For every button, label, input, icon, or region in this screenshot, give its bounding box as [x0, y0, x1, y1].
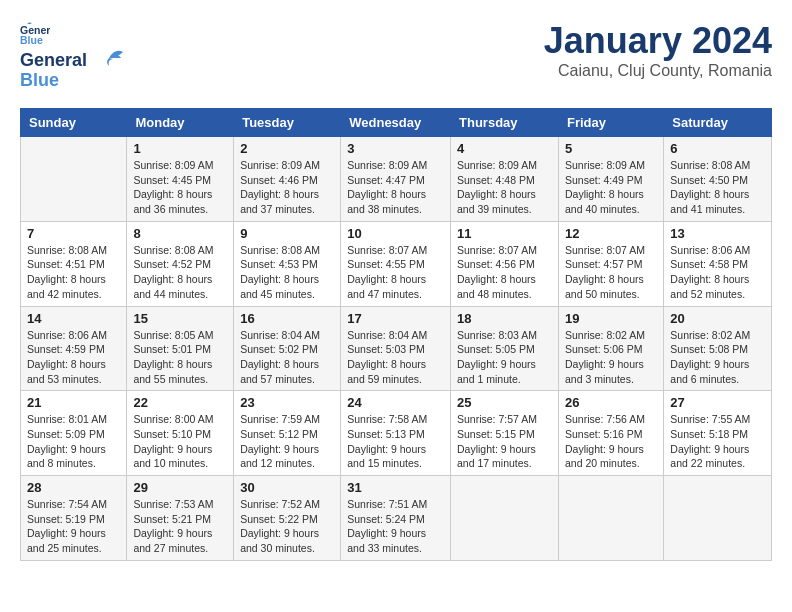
day-number: 18 [457, 311, 552, 326]
bird-icon [95, 48, 123, 70]
day-detail: Sunrise: 7:51 AM Sunset: 5:24 PM Dayligh… [347, 497, 444, 556]
day-number: 23 [240, 395, 334, 410]
cell-w0-d6: 6Sunrise: 8:08 AM Sunset: 4:50 PM Daylig… [664, 137, 772, 222]
day-detail: Sunrise: 7:58 AM Sunset: 5:13 PM Dayligh… [347, 412, 444, 471]
cell-w4-d2: 30Sunrise: 7:52 AM Sunset: 5:22 PM Dayli… [234, 476, 341, 561]
day-number: 11 [457, 226, 552, 241]
cell-w0-d5: 5Sunrise: 8:09 AM Sunset: 4:49 PM Daylig… [558, 137, 663, 222]
day-detail: Sunrise: 8:04 AM Sunset: 5:02 PM Dayligh… [240, 328, 334, 387]
day-detail: Sunrise: 7:56 AM Sunset: 5:16 PM Dayligh… [565, 412, 657, 471]
day-number: 1 [133, 141, 227, 156]
day-number: 22 [133, 395, 227, 410]
cell-w3-d4: 25Sunrise: 7:57 AM Sunset: 5:15 PM Dayli… [451, 391, 559, 476]
cell-w4-d3: 31Sunrise: 7:51 AM Sunset: 5:24 PM Dayli… [341, 476, 451, 561]
cell-w0-d4: 4Sunrise: 8:09 AM Sunset: 4:48 PM Daylig… [451, 137, 559, 222]
day-detail: Sunrise: 8:08 AM Sunset: 4:52 PM Dayligh… [133, 243, 227, 302]
logo-blue: Blue [20, 70, 59, 90]
day-detail: Sunrise: 8:06 AM Sunset: 4:59 PM Dayligh… [27, 328, 120, 387]
day-detail: Sunrise: 8:07 AM Sunset: 4:55 PM Dayligh… [347, 243, 444, 302]
day-detail: Sunrise: 8:07 AM Sunset: 4:56 PM Dayligh… [457, 243, 552, 302]
week-row-4: 28Sunrise: 7:54 AM Sunset: 5:19 PM Dayli… [21, 476, 772, 561]
calendar-table: Sunday Monday Tuesday Wednesday Thursday… [20, 108, 772, 561]
day-number: 25 [457, 395, 552, 410]
day-number: 15 [133, 311, 227, 326]
day-number: 2 [240, 141, 334, 156]
day-number: 20 [670, 311, 765, 326]
day-number: 8 [133, 226, 227, 241]
title-section: January 2024 Caianu, Cluj County, Romani… [544, 20, 772, 80]
day-detail: Sunrise: 8:08 AM Sunset: 4:50 PM Dayligh… [670, 158, 765, 217]
week-row-1: 7Sunrise: 8:08 AM Sunset: 4:51 PM Daylig… [21, 221, 772, 306]
col-monday: Monday [127, 109, 234, 137]
day-detail: Sunrise: 8:03 AM Sunset: 5:05 PM Dayligh… [457, 328, 552, 387]
day-detail: Sunrise: 8:06 AM Sunset: 4:58 PM Dayligh… [670, 243, 765, 302]
cell-w2-d6: 20Sunrise: 8:02 AM Sunset: 5:08 PM Dayli… [664, 306, 772, 391]
cell-w1-d0: 7Sunrise: 8:08 AM Sunset: 4:51 PM Daylig… [21, 221, 127, 306]
svg-text:Blue: Blue [20, 34, 43, 46]
day-number: 28 [27, 480, 120, 495]
cell-w4-d5 [558, 476, 663, 561]
week-row-3: 21Sunrise: 8:01 AM Sunset: 5:09 PM Dayli… [21, 391, 772, 476]
cell-w4-d6 [664, 476, 772, 561]
cell-w2-d5: 19Sunrise: 8:02 AM Sunset: 5:06 PM Dayli… [558, 306, 663, 391]
day-number: 17 [347, 311, 444, 326]
week-row-0: 1Sunrise: 8:09 AM Sunset: 4:45 PM Daylig… [21, 137, 772, 222]
cell-w1-d5: 12Sunrise: 8:07 AM Sunset: 4:57 PM Dayli… [558, 221, 663, 306]
cell-w4-d1: 29Sunrise: 7:53 AM Sunset: 5:21 PM Dayli… [127, 476, 234, 561]
day-detail: Sunrise: 7:52 AM Sunset: 5:22 PM Dayligh… [240, 497, 334, 556]
cell-w1-d3: 10Sunrise: 8:07 AM Sunset: 4:55 PM Dayli… [341, 221, 451, 306]
header-row: Sunday Monday Tuesday Wednesday Thursday… [21, 109, 772, 137]
cell-w1-d2: 9Sunrise: 8:08 AM Sunset: 4:53 PM Daylig… [234, 221, 341, 306]
day-number: 26 [565, 395, 657, 410]
day-detail: Sunrise: 7:55 AM Sunset: 5:18 PM Dayligh… [670, 412, 765, 471]
day-number: 21 [27, 395, 120, 410]
col-wednesday: Wednesday [341, 109, 451, 137]
cell-w3-d5: 26Sunrise: 7:56 AM Sunset: 5:16 PM Dayli… [558, 391, 663, 476]
day-number: 7 [27, 226, 120, 241]
cell-w2-d4: 18Sunrise: 8:03 AM Sunset: 5:05 PM Dayli… [451, 306, 559, 391]
cell-w1-d6: 13Sunrise: 8:06 AM Sunset: 4:58 PM Dayli… [664, 221, 772, 306]
day-detail: Sunrise: 7:54 AM Sunset: 5:19 PM Dayligh… [27, 497, 120, 556]
day-detail: Sunrise: 8:04 AM Sunset: 5:03 PM Dayligh… [347, 328, 444, 387]
logo: General Blue General Blue [20, 20, 105, 92]
day-detail: Sunrise: 8:09 AM Sunset: 4:47 PM Dayligh… [347, 158, 444, 217]
cell-w1-d1: 8Sunrise: 8:08 AM Sunset: 4:52 PM Daylig… [127, 221, 234, 306]
logo-general: General [20, 50, 87, 70]
day-detail: Sunrise: 8:05 AM Sunset: 5:01 PM Dayligh… [133, 328, 227, 387]
day-detail: Sunrise: 8:09 AM Sunset: 4:48 PM Dayligh… [457, 158, 552, 217]
day-number: 6 [670, 141, 765, 156]
calendar-subtitle: Caianu, Cluj County, Romania [544, 62, 772, 80]
day-number: 19 [565, 311, 657, 326]
cell-w4-d0: 28Sunrise: 7:54 AM Sunset: 5:19 PM Dayli… [21, 476, 127, 561]
col-thursday: Thursday [451, 109, 559, 137]
day-number: 31 [347, 480, 444, 495]
cell-w2-d1: 15Sunrise: 8:05 AM Sunset: 5:01 PM Dayli… [127, 306, 234, 391]
cell-w3-d0: 21Sunrise: 8:01 AM Sunset: 5:09 PM Dayli… [21, 391, 127, 476]
day-number: 24 [347, 395, 444, 410]
cell-w0-d3: 3Sunrise: 8:09 AM Sunset: 4:47 PM Daylig… [341, 137, 451, 222]
col-saturday: Saturday [664, 109, 772, 137]
day-detail: Sunrise: 8:00 AM Sunset: 5:10 PM Dayligh… [133, 412, 227, 471]
day-number: 4 [457, 141, 552, 156]
day-detail: Sunrise: 8:08 AM Sunset: 4:53 PM Dayligh… [240, 243, 334, 302]
day-detail: Sunrise: 8:01 AM Sunset: 5:09 PM Dayligh… [27, 412, 120, 471]
calendar-body: 1Sunrise: 8:09 AM Sunset: 4:45 PM Daylig… [21, 137, 772, 561]
day-detail: Sunrise: 7:53 AM Sunset: 5:21 PM Dayligh… [133, 497, 227, 556]
day-number: 30 [240, 480, 334, 495]
col-sunday: Sunday [21, 109, 127, 137]
day-number: 9 [240, 226, 334, 241]
cell-w1-d4: 11Sunrise: 8:07 AM Sunset: 4:56 PM Dayli… [451, 221, 559, 306]
day-detail: Sunrise: 7:57 AM Sunset: 5:15 PM Dayligh… [457, 412, 552, 471]
day-detail: Sunrise: 8:09 AM Sunset: 4:49 PM Dayligh… [565, 158, 657, 217]
page-header: General Blue General Blue January 2024 [20, 20, 772, 92]
cell-w0-d2: 2Sunrise: 8:09 AM Sunset: 4:46 PM Daylig… [234, 137, 341, 222]
cell-w3-d6: 27Sunrise: 7:55 AM Sunset: 5:18 PM Dayli… [664, 391, 772, 476]
day-number: 29 [133, 480, 227, 495]
day-detail: Sunrise: 8:09 AM Sunset: 4:46 PM Dayligh… [240, 158, 334, 217]
day-detail: Sunrise: 8:09 AM Sunset: 4:45 PM Dayligh… [133, 158, 227, 217]
col-tuesday: Tuesday [234, 109, 341, 137]
day-number: 12 [565, 226, 657, 241]
cell-w0-d1: 1Sunrise: 8:09 AM Sunset: 4:45 PM Daylig… [127, 137, 234, 222]
logo-icon: General Blue [20, 20, 50, 50]
col-friday: Friday [558, 109, 663, 137]
